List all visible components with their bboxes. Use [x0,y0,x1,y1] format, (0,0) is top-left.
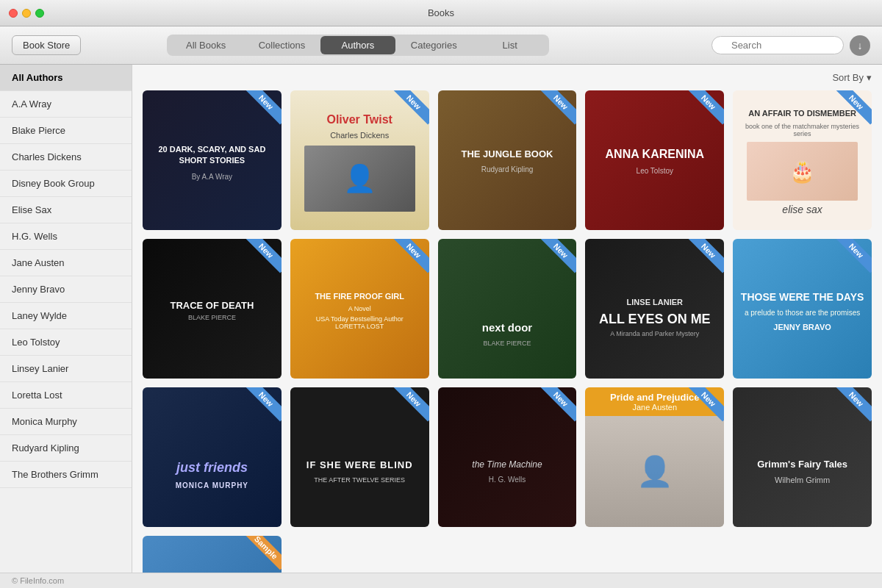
badge-new-alleyeson: New [684,239,724,279]
book-card-affair[interactable]: New AN AFFAIR TO DISMEMBER book one of t… [733,90,872,230]
sidebar-item-disney-book-group[interactable]: Disney Book Group [0,171,132,197]
titlebar: Books [0,0,882,26]
book-author-time: H. G. Wells [489,476,526,484]
book-author-nextdoor: BLAKE PIERCE [483,340,531,347]
sidebar-item-blake-pierce[interactable]: Blake Pierce [0,118,132,144]
book-cover-time: New the Time Machine H. G. Wells [438,387,577,527]
close-button[interactable] [9,9,18,18]
bookstore-button[interactable]: Book Store [12,35,81,55]
sidebar-item-jane-austen[interactable]: Jane Austen [0,250,132,276]
badge-new-jungle: New [537,90,576,130]
tab-authors[interactable]: Authors [320,36,395,54]
tab-all-books[interactable]: All Books [168,36,243,54]
window-controls[interactable] [9,9,44,18]
book-card-good[interactable]: Sample THE GOOD... [143,536,282,573]
badge-label-time: New [539,387,576,421]
badge-new-thosedays: New [832,239,872,279]
badge-label-anna: New [686,90,724,124]
illustration-icon: 🎂 [789,159,815,184]
minimize-button[interactable] [22,9,31,18]
book-cover-friends: New just friends MONICA MURPHY [143,387,282,527]
sidebar-item-leo-tolstoy[interactable]: Leo Tolstoy [0,329,132,356]
book-author-20-dark: By A.A Wray [187,171,237,182]
book-title-grimm: Grimm's Fairy Tales [751,453,853,476]
book-card-alleyeson[interactable]: New LINSE LANIER ALL EYES ON ME A Mirand… [585,239,724,379]
sidebar-item-laney-wylde[interactable]: Laney Wylde [0,303,132,329]
book-card-thosedays[interactable]: New THOSE WERE THE DAYS a prelude to tho… [733,239,872,379]
badge-label-trace: New [243,239,281,273]
sort-chevron-icon: ▾ [867,72,872,83]
book-author-trace: BLAKE PIERCE [188,314,236,321]
book-card-friends[interactable]: New just friends MONICA MURPHY [143,387,282,527]
book-title-trace: TRACE OF DEATH [167,297,257,314]
book-title-thosedays: THOSE WERE THE DAYS [735,286,870,309]
book-card-trace[interactable]: New TRACE OF DEATH BLAKE PIERCE [143,239,282,379]
sidebar-item-rudyard-kipling[interactable]: Rudyard Kipling [0,435,132,462]
book-title-alleyeson: ALL EYES ON ME [596,309,714,330]
pride-portrait-area: 👤 [585,416,724,527]
book-subtitle-thosedays: a prelude to those are the promises [745,309,860,317]
book-title-time: the Time Machine [466,453,548,476]
badge-label-oliver: New [391,90,429,124]
book-cover-affair: New AN AFFAIR TO DISMEMBER book one of t… [733,90,872,230]
badge-new-ifsheblind: New [390,387,429,427]
book-card-time[interactable]: New the Time Machine H. G. Wells [438,387,577,527]
sidebar-item-linsey-lanier[interactable]: Linsey Lanier [0,356,132,382]
book-cover-anna: New Anna Karenina Leo Tolstoy [585,90,724,230]
sidebar-item-hg-wells[interactable]: H.G. Wells [0,223,132,250]
book-cover-nextdoor: New next door BLAKE PIERCE [438,239,577,379]
book-card-anna[interactable]: New Anna Karenina Leo Tolstoy [585,90,724,230]
badge-new-anna: New [684,90,724,130]
book-cover-20-dark: New 20 Dark, Scary, And Sad Short Storie… [143,90,282,230]
book-card-20-dark[interactable]: New 20 Dark, Scary, And Sad Short Storie… [143,90,282,230]
tab-list[interactable]: List [473,36,548,54]
maximize-button[interactable] [35,9,44,18]
book-author-jungle: Rudyard Kipling [477,164,538,175]
badge-label-thosedays: New [834,239,872,273]
sidebar-item-elise-sax[interactable]: Elise Sax [0,197,132,223]
portrait-silhouette-icon: 👤 [637,454,673,489]
tab-collections[interactable]: Collections [244,36,319,54]
book-card-oliver[interactable]: New Oliver Twist Charles Dickens 👤 [290,90,429,230]
book-card-nextdoor[interactable]: New next door BLAKE PIERCE [438,239,577,379]
book-author-friends: MONICA MURPHY [176,481,248,490]
book-cover-good: Sample THE GOOD... [143,536,282,573]
book-portrait-oliver: 👤 [304,146,415,212]
book-title-friends: just friends [171,454,254,481]
badge-new-friends: New [242,387,282,427]
badge-new-affair: New [832,90,872,130]
book-cover-alleyeson: New LINSE LANIER ALL EYES ON ME A Mirand… [585,239,724,379]
download-button[interactable]: ↓ [850,35,870,56]
badge-label-grimm: New [834,387,872,421]
badge-sample-good: Sample [242,536,282,573]
search-input[interactable] [711,36,844,54]
book-cover-ifsheblind: New IF SHE WERE BLIND THE AFTER TWELVE S… [290,387,429,527]
tab-categories[interactable]: Categories [396,36,471,54]
sidebar-item-aa-wray[interactable]: A.A Wray [0,91,132,118]
badge-new: New [242,90,282,130]
sidebar: All Authors A.A Wray Blake Pierce Charle… [0,65,132,573]
sidebar-header[interactable]: All Authors [0,65,132,91]
badge-new-fire: New [390,239,429,279]
book-card-ifsheblind[interactable]: New IF SHE WERE BLIND THE AFTER TWELVE S… [290,387,429,527]
sidebar-item-charles-dickens[interactable]: Charles Dickens [0,144,132,171]
sidebar-item-jenny-bravo[interactable]: Jenny Bravo [0,276,132,303]
sidebar-item-monica-murphy[interactable]: Monica Murphy [0,409,132,435]
badge-new-nextdoor: New [537,239,576,279]
books-grid: New 20 Dark, Scary, And Sad Short Storie… [143,90,872,573]
book-card-grimm[interactable]: New Grimm's Fairy Tales Wilhelm Grimm [733,387,872,527]
book-cover-grimm: New Grimm's Fairy Tales Wilhelm Grimm [733,387,872,527]
sort-button[interactable]: Sort By ▾ [832,72,872,83]
main-area: All Authors A.A Wray Blake Pierce Charle… [0,65,882,573]
toolbar: Book Store All Books Collections Authors… [0,26,882,65]
book-cover-pride: New Pride and Prejudice Jane Austen 👤 [585,387,724,527]
sort-label: Sort By [832,72,864,83]
book-title-nextdoor: next door [476,315,538,340]
badge-new-time: New [537,387,576,427]
book-illustration-affair: 🎂 [747,142,858,201]
sidebar-item-loretta-lost[interactable]: Loretta Lost [0,382,132,409]
book-card-jungle[interactable]: New The Jungle Book Rudyard Kipling [438,90,577,230]
book-card-fire[interactable]: New The Fire Proof Girl A Novel USA Toda… [290,239,429,379]
book-card-pride[interactable]: New Pride and Prejudice Jane Austen 👤 [585,387,724,527]
sidebar-item-the-brothers-grimm[interactable]: The Brothers Grimm [0,462,132,488]
